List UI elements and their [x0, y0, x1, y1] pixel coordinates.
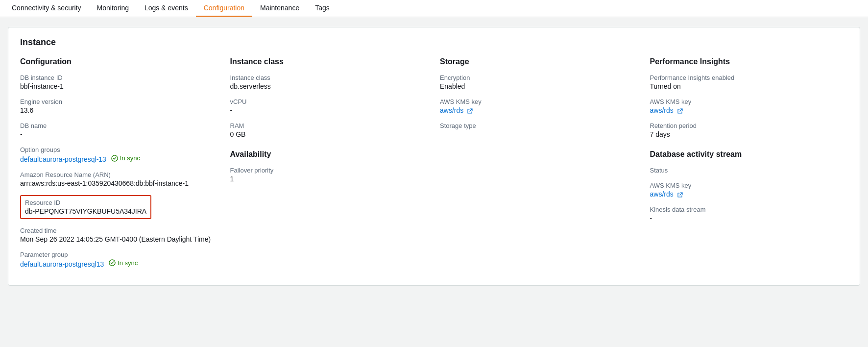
- value-aws-kms-key-storage: aws/rds: [440, 106, 638, 114]
- value-aws-kms-key-pi: aws/rds: [650, 106, 848, 114]
- field-db-name: DB name -: [20, 122, 218, 138]
- field-retention-period: Retention period 7 days: [650, 122, 848, 138]
- field-ram: RAM 0 GB: [230, 122, 429, 138]
- tab-configuration[interactable]: Configuration: [196, 0, 252, 17]
- label-resource-id: Resource ID: [25, 199, 146, 206]
- parameter-group-sync-text: In sync: [118, 259, 138, 267]
- field-engine-version: Engine version 13.6: [20, 98, 218, 114]
- option-groups-sync-badge: In sync: [111, 154, 140, 162]
- field-resource-id: Resource ID db-PEPQNGT75VIYGKBUFU5A34JIR…: [20, 195, 218, 219]
- value-ram: 0 GB: [230, 130, 429, 138]
- value-encryption: Enabled: [440, 82, 638, 90]
- field-das-status: Status: [650, 167, 848, 174]
- label-instance-class: Instance class: [230, 74, 429, 81]
- main-content: Instance Configuration DB instance ID bb…: [0, 17, 868, 296]
- tab-tags[interactable]: Tags: [307, 0, 338, 17]
- label-engine-version: Engine version: [20, 98, 218, 105]
- performance-section-title: Performance Insights: [650, 57, 848, 66]
- instance-title: Instance: [20, 37, 848, 48]
- label-aws-kms-key-pi: AWS KMS key: [650, 98, 848, 105]
- field-failover-priority: Failover priority 1: [230, 167, 429, 183]
- field-performance-enabled: Performance Insights enabled Turned on: [650, 74, 848, 90]
- external-link-icon-pi: [677, 108, 683, 114]
- configuration-section-title: Configuration: [20, 57, 218, 66]
- field-option-groups: Option groups default:aurora-postgresql-…: [20, 146, 218, 163]
- label-retention-period: Retention period: [650, 122, 848, 129]
- field-arn: Amazon Resource Name (ARN) arn:aws:rds:u…: [20, 171, 218, 187]
- column-instance-class: Instance class Instance class db.serverl…: [230, 57, 440, 275]
- label-storage-type: Storage type: [440, 122, 638, 129]
- instance-class-section-title: Instance class: [230, 57, 429, 66]
- field-kinesis-data-stream: Kinesis data stream -: [650, 206, 848, 222]
- label-created-time: Created time: [20, 227, 218, 234]
- tab-logs-events[interactable]: Logs & events: [137, 0, 196, 17]
- label-parameter-group: Parameter group: [20, 251, 218, 258]
- instance-card: Instance Configuration DB instance ID bb…: [8, 27, 860, 286]
- column-configuration: Configuration DB instance ID bbf-instanc…: [20, 57, 230, 275]
- value-instance-class: db.serverless: [230, 82, 429, 90]
- field-encryption: Encryption Enabled: [440, 74, 638, 90]
- field-instance-class: Instance class db.serverless: [230, 74, 429, 90]
- tab-bar: Connectivity & security Monitoring Logs …: [0, 0, 868, 17]
- field-das-kms-key: AWS KMS key aws/rds: [650, 182, 848, 198]
- column-performance: Performance Insights Performance Insight…: [650, 57, 848, 275]
- database-activity-section-title: Database activity stream: [650, 150, 848, 159]
- field-aws-kms-key-storage: AWS KMS key aws/rds: [440, 98, 638, 114]
- tab-maintenance[interactable]: Maintenance: [252, 0, 307, 17]
- value-das-kms-key: aws/rds: [650, 190, 848, 198]
- field-created-time: Created time Mon Sep 26 2022 14:05:25 GM…: [20, 227, 218, 243]
- aws-kms-key-storage-link[interactable]: aws/rds: [440, 106, 463, 114]
- label-arn: Amazon Resource Name (ARN): [20, 171, 218, 178]
- label-das-status: Status: [650, 167, 848, 174]
- value-parameter-group: default.aurora-postgresql13 In sync: [20, 259, 218, 268]
- value-option-groups: default:aurora-postgresql-13 In sync: [20, 154, 218, 163]
- value-kinesis-data-stream: -: [650, 214, 848, 222]
- option-groups-link[interactable]: default:aurora-postgresql-13: [20, 155, 106, 163]
- parameter-group-sync-badge: In sync: [109, 259, 138, 267]
- field-parameter-group: Parameter group default.aurora-postgresq…: [20, 251, 218, 268]
- label-das-kms-key: AWS KMS key: [650, 182, 848, 189]
- aws-kms-key-pi-link[interactable]: aws/rds: [650, 106, 674, 114]
- label-ram: RAM: [230, 122, 429, 129]
- value-retention-period: 7 days: [650, 130, 848, 138]
- das-kms-key-link[interactable]: aws/rds: [650, 190, 674, 198]
- value-db-name: -: [20, 130, 218, 138]
- columns-container: Configuration DB instance ID bbf-instanc…: [20, 57, 848, 275]
- value-resource-id: db-PEPQNGT75VIYGKBUFU5A34JIRA: [25, 207, 146, 215]
- value-performance-enabled: Turned on: [650, 82, 848, 90]
- parameter-group-link[interactable]: default.aurora-postgresql13: [20, 260, 104, 268]
- label-vcpu: vCPU: [230, 98, 429, 105]
- parameter-sync-icon: [109, 259, 116, 266]
- external-link-icon-das: [677, 192, 683, 198]
- label-db-instance-id: DB instance ID: [20, 74, 218, 81]
- resource-id-box: Resource ID db-PEPQNGT75VIYGKBUFU5A34JIR…: [20, 195, 151, 219]
- label-encryption: Encryption: [440, 74, 638, 81]
- field-db-instance-id: DB instance ID bbf-instance-1: [20, 74, 218, 90]
- value-db-instance-id: bbf-instance-1: [20, 82, 218, 90]
- sync-icon: [111, 155, 118, 162]
- label-aws-kms-key-storage: AWS KMS key: [440, 98, 638, 105]
- field-storage-type: Storage type: [440, 122, 638, 129]
- value-created-time: Mon Sep 26 2022 14:05:25 GMT-0400 (Easte…: [20, 235, 218, 243]
- tab-monitoring[interactable]: Monitoring: [89, 0, 137, 17]
- storage-section-title: Storage: [440, 57, 638, 66]
- label-option-groups: Option groups: [20, 146, 218, 153]
- availability-section-title: Availability: [230, 150, 429, 159]
- label-kinesis-data-stream: Kinesis data stream: [650, 206, 848, 213]
- label-performance-enabled: Performance Insights enabled: [650, 74, 848, 81]
- value-vcpu: -: [230, 106, 429, 114]
- field-aws-kms-key-pi: AWS KMS key aws/rds: [650, 98, 848, 114]
- option-groups-sync-text: In sync: [120, 154, 140, 162]
- value-failover-priority: 1: [230, 175, 429, 183]
- tab-connectivity[interactable]: Connectivity & security: [4, 0, 89, 17]
- external-link-icon-storage: [467, 108, 473, 114]
- label-failover-priority: Failover priority: [230, 167, 429, 174]
- label-db-name: DB name: [20, 122, 218, 129]
- value-arn: arn:aws:rds:us-east-1:035920430668:db:bb…: [20, 179, 218, 187]
- field-vcpu: vCPU -: [230, 98, 429, 114]
- value-engine-version: 13.6: [20, 106, 218, 114]
- column-storage: Storage Encryption Enabled AWS KMS key a…: [440, 57, 650, 275]
